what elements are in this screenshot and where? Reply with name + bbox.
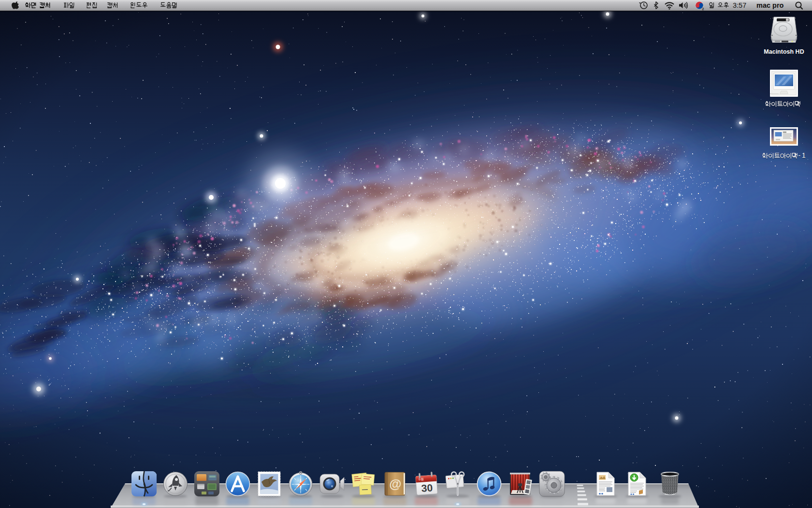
svg-text:30: 30 — [421, 482, 433, 494]
svg-text:3:57: 3:57 — [733, 1, 746, 9]
svg-text:@: @ — [389, 477, 401, 491]
svg-text:2: 2 — [702, 7, 704, 11]
svg-text:mac pro: mac pro — [756, 1, 784, 9]
